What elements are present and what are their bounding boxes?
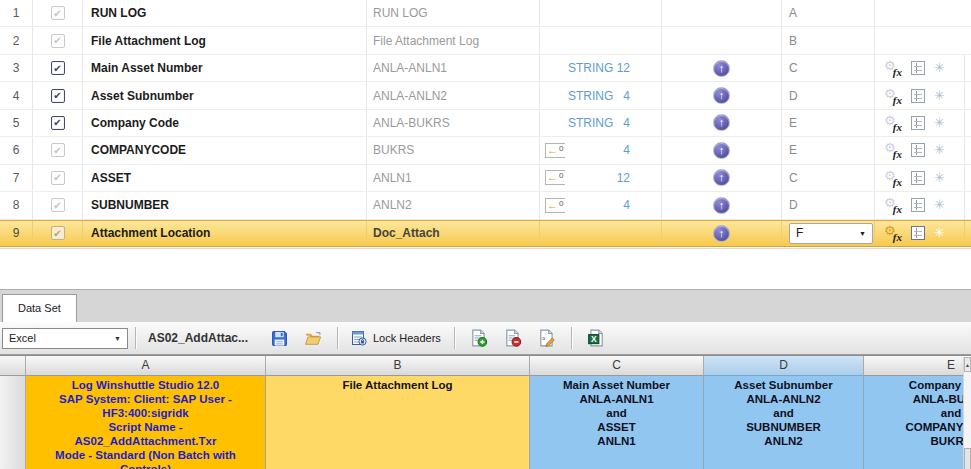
mapper-row[interactable]: 1 ✔ RUN LOG RUN LOG A — [0, 0, 971, 27]
save-icon — [271, 330, 288, 347]
mapper-row[interactable]: 3 ✔ Main Asset Number ANLA-ANLN1 STRING … — [0, 55, 971, 82]
fx-formula-icon[interactable]: ⚙fx — [884, 197, 902, 213]
sheet-cell[interactable]: Main Asset NumberANLA-ANLN1andASSETANLN1 — [530, 376, 704, 469]
fx-label: fx — [893, 121, 902, 133]
list-values-icon[interactable] — [911, 143, 925, 157]
mapper-row[interactable]: 9 ✔ Attachment Location Doc_Attach ↑ F▼ … — [0, 220, 971, 247]
column-letter-dropdown[interactable]: F▼ — [789, 223, 873, 244]
scroll-up-button[interactable]: ▲ — [964, 357, 971, 372]
fx-label: fx — [893, 231, 902, 243]
mapper-row[interactable]: 4 ✔ Asset Subnumber ANLA-ANLN2 STRING 4 … — [0, 82, 971, 109]
list-values-icon[interactable] — [911, 171, 925, 185]
upload-icon[interactable]: ↑ — [713, 142, 730, 159]
row-number: 5 — [0, 110, 33, 136]
row-actions: ⚙fx ✳ — [875, 137, 965, 163]
lock-headers-button[interactable]: Lock Headers — [345, 326, 447, 350]
upload-arrow-icon: ↑ — [719, 200, 725, 211]
list-values-icon[interactable] — [911, 226, 925, 240]
cell-line: AS02_AddAttachment.Txr — [26, 434, 265, 448]
row-checkbox[interactable]: ✔ — [51, 34, 65, 48]
row-checkbox[interactable]: ✔ — [51, 143, 65, 157]
cell-line: ANLN1 — [530, 434, 703, 448]
upload-icon[interactable]: ↑ — [713, 114, 730, 131]
list-values-icon[interactable] — [911, 61, 925, 75]
column-header[interactable]: A — [26, 356, 266, 376]
type-length: 12 — [617, 61, 630, 75]
column-header[interactable]: B — [266, 356, 530, 376]
asterisk-icon[interactable]: ✳ — [934, 170, 945, 186]
mapper-row[interactable]: 5 ✔ Company Code ANLA-BUKRS STRING 4 ↑ E… — [0, 110, 971, 137]
column-header[interactable]: E — [864, 356, 963, 376]
upload-icon[interactable]: ↑ — [713, 197, 730, 214]
mapper-row[interactable]: 6 ✔ COMPANYCODE BUKRS ←0 4 ↑ E ⚙fx ✳ — [0, 137, 971, 164]
column-header[interactable]: C — [530, 356, 704, 376]
remove-data-set-button[interactable] — [501, 326, 525, 350]
mapper-row[interactable]: 7 ✔ ASSET ANLN1 ←0 12 ↑ C ⚙fx ✳ — [0, 165, 971, 192]
asterisk-icon[interactable]: ✳ — [934, 225, 945, 241]
fx-formula-icon[interactable]: ⚙fx — [884, 225, 902, 241]
fx-formula-icon[interactable]: ⚙fx — [884, 170, 902, 186]
cell-line: ANLA-ANLN1 — [530, 392, 703, 406]
mapper-table: 1 ✔ RUN LOG RUN LOG A 2 ✔ File Attachmen… — [0, 0, 971, 249]
row-checkbox[interactable]: ✔ — [51, 116, 65, 130]
asterisk-icon[interactable]: ✳ — [934, 88, 945, 104]
fx-formula-icon[interactable]: ⚙fx — [884, 142, 902, 158]
field-description: SUBNUMBER — [83, 192, 367, 218]
asterisk-icon[interactable]: ✳ — [934, 60, 945, 76]
add-data-set-button[interactable] — [467, 326, 491, 350]
open-button[interactable] — [301, 326, 325, 350]
column-letter: E — [789, 116, 797, 130]
sheet-cell[interactable]: Asset SubnumberANLA-ANLN2andSUBNUMBERANL… — [704, 376, 864, 469]
row-checkbox[interactable]: ✔ — [51, 171, 65, 185]
upload-icon[interactable]: ↑ — [713, 60, 730, 77]
row-checkbox[interactable]: ✔ — [51, 198, 65, 212]
list-values-icon[interactable] — [911, 116, 925, 130]
upload-icon[interactable]: ↑ — [713, 225, 730, 242]
column-letter: C — [789, 61, 798, 75]
mapper-row[interactable]: 8 ✔ SUBNUMBER ANLN2 ←0 4 ↑ D ⚙fx ✳ — [0, 192, 971, 219]
row-filler — [965, 27, 971, 53]
fx-formula-icon[interactable]: ⚙fx — [884, 60, 902, 76]
select-all-corner[interactable] — [0, 356, 26, 376]
type-cell — [540, 0, 662, 26]
column-letter: B — [789, 34, 797, 48]
scroll-thumb[interactable] — [964, 448, 971, 469]
save-button[interactable] — [267, 326, 291, 350]
row-number: 2 — [0, 27, 33, 53]
external-field-marker: ←0 — [545, 143, 565, 158]
mapper-row[interactable]: 2 ✔ File Attachment Log File Attachment … — [0, 27, 971, 54]
row-checkbox[interactable]: ✔ — [51, 89, 65, 103]
tab-data-set[interactable]: Data Set — [2, 294, 77, 322]
row-filler — [965, 55, 971, 81]
open-in-excel-button[interactable]: X — [584, 326, 608, 350]
data-source-select[interactable]: Excel ▼ — [2, 328, 128, 349]
sheet-cell[interactable]: File Attachment Log — [266, 376, 530, 469]
field-description: Asset Subnumber — [83, 82, 367, 108]
type-label: STRING — [568, 89, 613, 103]
asterisk-icon[interactable]: ✳ — [934, 115, 945, 131]
cell-line: File Attachment Log — [266, 378, 529, 392]
upload-arrow-icon: ↑ — [719, 228, 725, 239]
field-technical-name: File Attachment Log — [367, 27, 540, 53]
type-label: STRING — [568, 116, 613, 130]
row-checkbox[interactable]: ✔ — [51, 61, 65, 75]
field-description: COMPANYCODE — [83, 137, 367, 163]
list-values-icon[interactable] — [911, 89, 925, 103]
rename-data-set-button[interactable]: a — [535, 326, 559, 350]
upload-icon[interactable]: ↑ — [713, 87, 730, 104]
upload-icon[interactable]: ↑ — [713, 169, 730, 186]
row-checkbox[interactable]: ✔ — [51, 226, 65, 240]
column-header[interactable]: D — [704, 356, 864, 376]
row-header[interactable] — [0, 376, 26, 469]
fx-label: fx — [893, 66, 902, 78]
vertical-scrollbar[interactable]: ▲ — [963, 357, 971, 469]
list-values-icon[interactable] — [911, 198, 925, 212]
sheet-cell[interactable]: Company CodeANLA-BUKRSandCOMPANYCODEBUKR… — [864, 376, 963, 469]
fx-formula-icon[interactable]: ⚙fx — [884, 115, 902, 131]
asterisk-icon[interactable]: ✳ — [934, 142, 945, 158]
fx-formula-icon[interactable]: ⚙fx — [884, 88, 902, 104]
asterisk-icon[interactable]: ✳ — [934, 197, 945, 213]
row-checkbox[interactable]: ✔ — [51, 6, 65, 20]
cell-line: ANLA-ANLN2 — [704, 392, 863, 406]
sheet-cell[interactable]: Log Winshuttle Studio 12.0SAP System: Cl… — [26, 376, 266, 469]
